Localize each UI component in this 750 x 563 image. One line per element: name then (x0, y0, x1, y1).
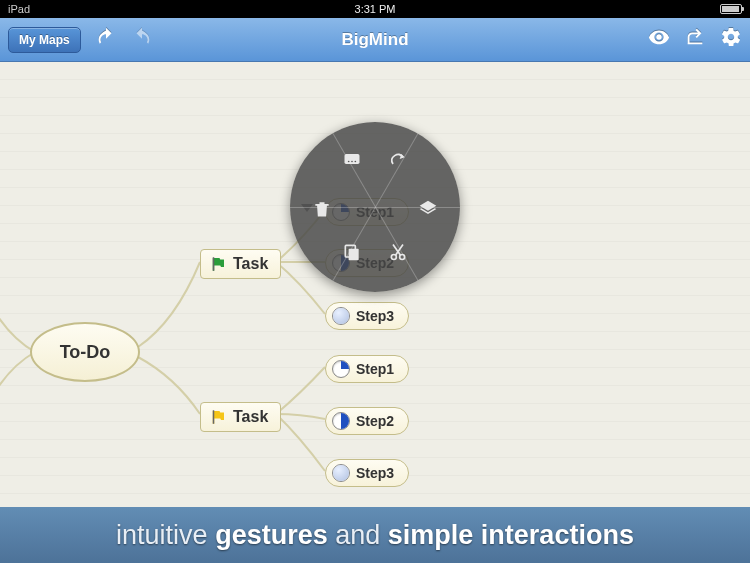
svg-rect-6 (320, 207, 321, 214)
battery-icon (720, 4, 742, 14)
status-time: 3:31 PM (355, 3, 396, 15)
step-node-2-2[interactable]: Step2 (325, 407, 409, 435)
root-node[interactable]: To-Do (30, 322, 140, 382)
radial-note-icon[interactable] (340, 147, 364, 171)
flag-yellow-icon (209, 408, 227, 426)
radial-delete-icon[interactable] (310, 197, 334, 221)
radial-relationship-icon[interactable] (386, 147, 410, 171)
svg-rect-9 (349, 249, 359, 261)
step-node-1-3[interactable]: Step3 (325, 302, 409, 330)
step2-3-label: Step3 (356, 465, 394, 481)
svg-point-4 (351, 161, 353, 163)
progress-0-icon (332, 464, 350, 482)
app-toolbar: My Maps BigMind (0, 18, 750, 62)
step2-1-label: Step1 (356, 361, 394, 377)
task-node-2[interactable]: Task (200, 402, 281, 432)
task2-label: Task (233, 408, 268, 426)
redo-icon[interactable] (131, 26, 153, 53)
task1-label: Task (233, 255, 268, 273)
document-title: BigMind (341, 30, 408, 50)
caption-w2: gestures (215, 520, 328, 550)
svg-rect-2 (345, 154, 360, 164)
task-node-1[interactable]: Task (200, 249, 281, 279)
settings-icon[interactable] (720, 26, 742, 53)
mindmap-canvas[interactable]: To-Do Task Task Step1 Step2 Step3 Step1 … (0, 62, 750, 507)
svg-rect-0 (213, 257, 215, 271)
svg-rect-1 (213, 410, 215, 424)
preview-icon[interactable] (648, 26, 670, 53)
caption-w1: intuitive (116, 520, 208, 550)
undo-icon[interactable] (95, 26, 117, 53)
progress-50-icon (332, 412, 350, 430)
caption-w5: interactions (481, 520, 634, 550)
my-maps-button[interactable]: My Maps (8, 27, 81, 53)
step-node-2-3[interactable]: Step3 (325, 459, 409, 487)
progress-25-icon (332, 360, 350, 378)
flag-green-icon (209, 255, 227, 273)
step1-3-label: Step3 (356, 308, 394, 324)
caption-w3: and (335, 520, 380, 550)
radial-layers-icon[interactable] (416, 197, 440, 221)
share-icon[interactable] (684, 26, 706, 53)
radial-copy-icon[interactable] (340, 240, 364, 264)
device-label: iPad (8, 3, 30, 15)
ipad-status-bar: iPad 3:31 PM (0, 0, 750, 18)
promo-caption: intuitive gestures and simple interactio… (0, 507, 750, 563)
root-label: To-Do (60, 342, 111, 363)
svg-point-5 (355, 161, 357, 163)
caption-w4: simple (388, 520, 474, 550)
status-right (720, 4, 742, 14)
svg-point-3 (348, 161, 350, 163)
step-node-2-1[interactable]: Step1 (325, 355, 409, 383)
radial-cut-icon[interactable] (386, 240, 410, 264)
step2-2-label: Step2 (356, 413, 394, 429)
progress-0-icon (332, 307, 350, 325)
svg-rect-7 (323, 207, 324, 214)
radial-context-menu[interactable] (290, 122, 460, 292)
